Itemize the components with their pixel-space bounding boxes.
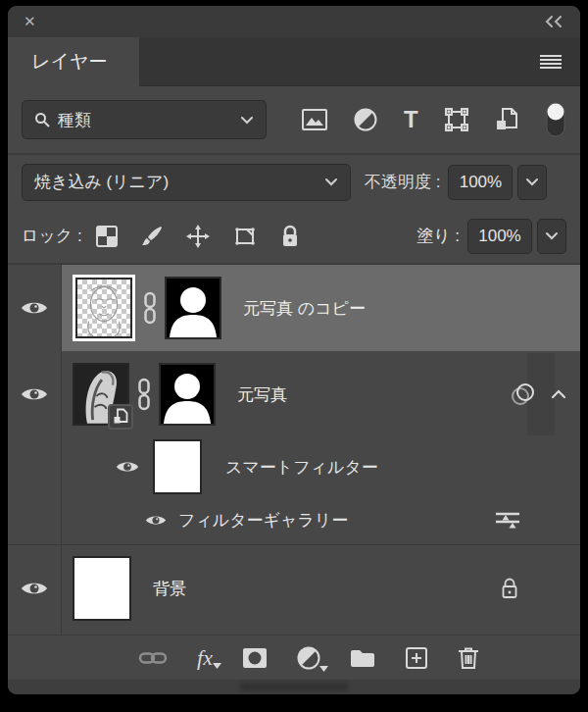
search-icon — [34, 112, 50, 127]
fill-dropdown-button[interactable] — [537, 219, 566, 254]
layers-panel: ✕ レイヤー 種類 — [8, 6, 580, 694]
layer-row-copy[interactable]: 元写真 のコピー — [8, 265, 580, 351]
filter-row: 種類 T — [8, 86, 580, 153]
smart-filters-label: スマートフィルター — [225, 456, 378, 479]
filter-kind-value: 種類 — [58, 109, 91, 131]
filter-adjustment-layers-icon[interactable] — [354, 108, 377, 131]
lock-image-pixels-icon[interactable] — [141, 226, 163, 247]
smart-filters-row[interactable]: スマートフィルター — [8, 437, 580, 496]
new-layer-icon[interactable] — [405, 646, 428, 670]
lock-row: ロック : — [8, 209, 580, 263]
lock-artboard-icon[interactable] — [233, 226, 257, 247]
dropdown-triangle-icon — [213, 663, 221, 669]
smart-object-badge-icon — [108, 404, 133, 430]
layer-name[interactable]: 元写真 — [237, 383, 287, 406]
layers-list: 元写真 のコピー — [8, 265, 580, 635]
layer-mask-thumbnail[interactable] — [159, 363, 216, 426]
fill-label: 塗り : — [416, 225, 460, 247]
layer-row-original[interactable]: 元写真 — [8, 351, 580, 437]
visibility-eye-icon[interactable] — [8, 299, 61, 317]
delete-layer-trash-icon[interactable] — [458, 646, 479, 670]
panel-menu-icon[interactable] — [539, 54, 563, 70]
visibility-eye-icon[interactable] — [145, 513, 167, 528]
collapse-smart-filters-icon[interactable] — [551, 389, 566, 399]
tab-layers-label: レイヤー — [31, 49, 107, 75]
opacity-label: 不透明度 : — [365, 171, 440, 193]
dropdown-triangle-icon — [319, 666, 328, 672]
filter-type-icons: T — [302, 107, 518, 132]
blend-mode-value: 焼き込み (リニア) — [34, 171, 169, 193]
tab-layers[interactable]: レイヤー — [8, 37, 139, 86]
panel-footer-strip — [8, 680, 580, 694]
smart-filter-indicator-icon[interactable] — [510, 381, 537, 407]
opacity-dropdown-button[interactable] — [517, 165, 547, 200]
lock-buttons — [96, 225, 300, 248]
faint-smudge — [240, 683, 348, 691]
opacity-value: 100% — [460, 173, 502, 192]
fill-input[interactable]: 100% — [467, 219, 532, 254]
filter-shape-layers-icon[interactable] — [445, 108, 468, 131]
fill-value: 100% — [478, 227, 520, 246]
layer-mask-link-icon[interactable] — [142, 291, 158, 325]
lock-label: ロック : — [22, 225, 82, 247]
filter-blending-options-icon[interactable] — [494, 510, 521, 532]
lock-all-icon[interactable] — [280, 225, 300, 248]
layer-row-background[interactable]: 背景 — [8, 545, 580, 632]
layer-thumbnail[interactable] — [73, 556, 131, 621]
fx-label: fx — [197, 645, 213, 670]
visibility-eye-icon[interactable] — [8, 580, 61, 597]
lock-transparency-icon[interactable] — [96, 226, 118, 247]
layer-thumbnail[interactable] — [73, 275, 135, 341]
new-group-folder-icon[interactable] — [350, 648, 375, 668]
layer-style-fx-button[interactable]: fx — [197, 645, 213, 671]
layer-mask-link-icon[interactable] — [136, 378, 152, 411]
blend-mode-row: 焼き込み (リニア) 不透明度 : 100% — [8, 155, 580, 209]
filter-kind-select[interactable]: 種類 — [22, 100, 267, 139]
blend-mode-select[interactable]: 焼き込み (リニア) — [22, 164, 351, 201]
filter-gallery-label[interactable]: フィルターギャラリー — [178, 509, 348, 532]
filter-pixel-layers-icon[interactable] — [302, 109, 327, 130]
collapse-panel-icon[interactable] — [543, 15, 564, 28]
visibility-eye-icon[interactable] — [8, 385, 61, 403]
add-adjustment-layer-icon[interactable] — [297, 646, 320, 670]
smart-filter-mask-thumbnail[interactable] — [153, 439, 202, 494]
opacity-input[interactable]: 100% — [448, 165, 513, 200]
add-layer-mask-icon[interactable] — [242, 647, 268, 669]
panel-titlebar: ✕ — [8, 6, 580, 37]
filter-smart-object-layers-icon[interactable] — [495, 107, 518, 132]
filter-gallery-row[interactable]: フィルターギャラリー — [8, 496, 580, 545]
background-lock-icon[interactable] — [500, 577, 519, 600]
chevron-down-icon — [240, 116, 254, 125]
filter-type-layers-icon[interactable]: T — [404, 108, 418, 131]
layer-thumbnail[interactable] — [73, 363, 129, 426]
layer-name[interactable]: 背景 — [153, 578, 186, 600]
link-layers-icon[interactable] — [138, 649, 168, 667]
tab-strip: レイヤー — [8, 37, 580, 86]
layer-mask-thumbnail[interactable] — [165, 277, 221, 339]
close-icon[interactable]: ✕ — [24, 13, 36, 30]
visibility-eye-icon[interactable] — [116, 459, 139, 475]
lock-position-icon[interactable] — [186, 225, 210, 248]
layers-empty-space[interactable] — [8, 632, 580, 635]
layer-name[interactable]: 元写真 のコピー — [243, 297, 366, 320]
chevron-down-icon — [324, 178, 338, 186]
bottom-toolbar: fx — [8, 635, 580, 680]
layer-filtering-toggle[interactable] — [545, 101, 566, 138]
